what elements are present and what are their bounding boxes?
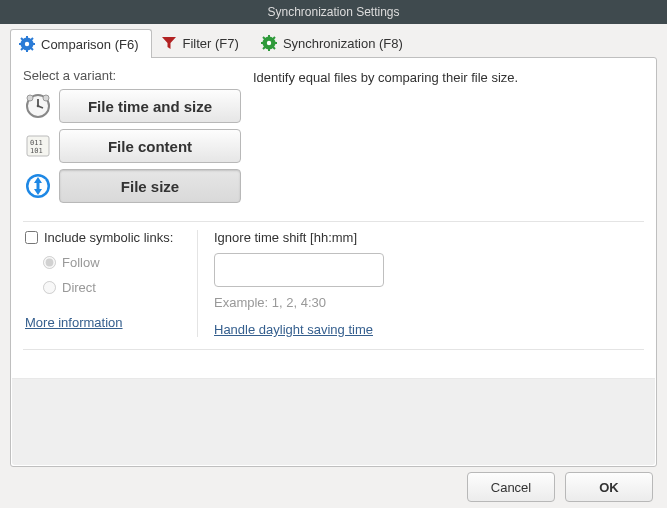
variant-content-button[interactable]: File content [59,129,241,163]
svg-line-6 [21,38,23,40]
variant-row-content: 011101 File content [23,129,241,163]
funnel-icon [161,35,177,51]
svg-line-18 [273,37,275,39]
include-symlinks-label: Include symbolic links: [44,230,173,245]
svg-line-8 [31,38,33,40]
timeshift-input[interactable] [214,253,384,287]
tab-bar: Comparison (F6) Filter (F7) Synchronizat… [10,28,657,57]
include-symlinks-checkbox[interactable]: Include symbolic links: [25,230,185,245]
variant-row-time-size: File time and size [23,89,241,123]
tab-comparison-label: Comparison (F6) [41,37,139,52]
window-body: Comparison (F6) Filter (F7) Synchronizat… [0,24,667,475]
svg-text:011: 011 [30,139,43,147]
timeshift-column: Ignore time shift [hh:mm] Example: 1, 2,… [210,230,644,337]
svg-point-25 [43,95,49,101]
binary-icon: 011101 [23,131,53,161]
radio-follow-label: Follow [62,255,100,270]
updown-arrow-icon [23,171,53,201]
variant-description: Identify equal files by comparing their … [253,68,644,209]
window-title: Synchronization Settings [267,5,399,19]
variant-size-button[interactable]: File size [59,169,241,203]
clock-icon [23,91,53,121]
svg-line-16 [263,37,265,39]
timeshift-label: Ignore time shift [hh:mm] [214,230,644,245]
symlink-column: Include symbolic links: Follow Direct Mo… [23,230,185,337]
select-variant-label: Select a variant: [23,68,241,83]
dialog-button-row: Cancel OK [467,472,653,502]
timeshift-example: Example: 1, 2, 4:30 [214,295,644,310]
tab-synchronization[interactable]: Synchronization (F8) [252,28,416,57]
tab-synchronization-label: Synchronization (F8) [283,36,403,51]
variant-column: Select a variant: File time and size 011… [23,68,241,209]
ok-button[interactable]: OK [565,472,653,502]
svg-line-17 [273,47,275,49]
gear-blue-icon [19,36,35,52]
svg-line-9 [21,48,23,50]
svg-point-24 [27,95,33,101]
tab-filter[interactable]: Filter (F7) [152,28,252,57]
tab-content: Select a variant: File time and size 011… [10,57,657,467]
svg-point-11 [267,41,271,45]
radio-follow: Follow [43,255,185,270]
symlink-radio-group: Follow Direct [25,255,185,295]
variant-time-size-button[interactable]: File time and size [59,89,241,123]
svg-line-7 [31,48,33,50]
tab-comparison[interactable]: Comparison (F6) [10,29,152,58]
svg-line-19 [263,47,265,49]
upper-section: Select a variant: File time and size 011… [23,68,644,222]
radio-direct-input [43,281,56,294]
column-divider [197,230,198,337]
more-information-link[interactable]: More information [25,315,185,330]
gear-green-icon [261,35,277,51]
cancel-button[interactable]: Cancel [467,472,555,502]
tab-filter-label: Filter (F7) [183,36,239,51]
lower-section: Include symbolic links: Follow Direct Mo… [23,222,644,350]
svg-point-1 [25,42,29,46]
svg-text:101: 101 [30,147,43,155]
radio-direct-label: Direct [62,280,96,295]
include-symlinks-input[interactable] [25,231,38,244]
radio-direct: Direct [43,280,185,295]
titlebar: Synchronization Settings [0,0,667,24]
variant-row-size: File size [23,169,241,203]
dst-link[interactable]: Handle daylight saving time [214,322,644,337]
bottom-gray-area [12,378,655,465]
radio-follow-input [43,256,56,269]
